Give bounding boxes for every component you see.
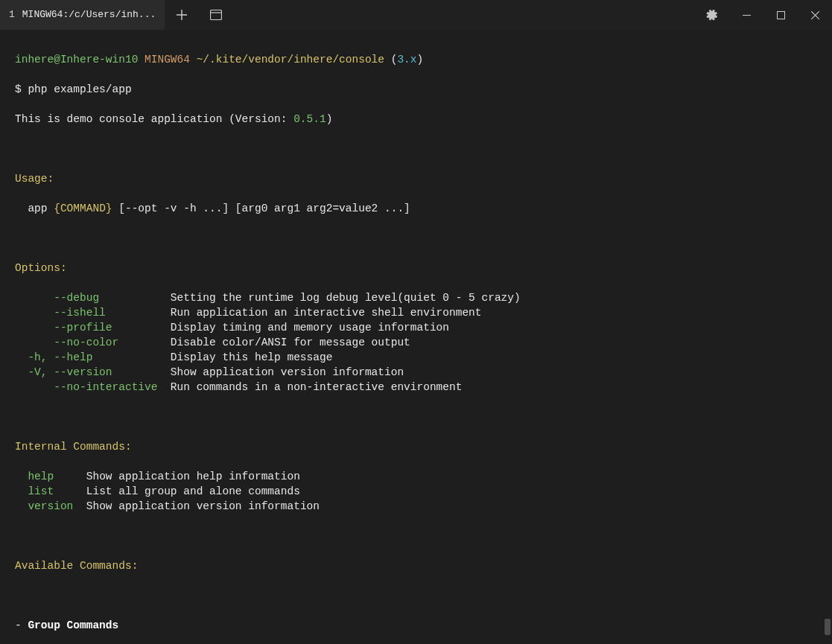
close-button[interactable]	[798, 0, 832, 30]
tab-dropdown-button[interactable]	[199, 0, 233, 30]
tab-index: 1	[9, 7, 15, 22]
command-desc: Show application version information	[157, 366, 404, 378]
minimize-icon	[743, 11, 751, 19]
blank	[15, 141, 817, 156]
svg-rect-2	[743, 15, 751, 16]
app-desc-prefix: This is demo console application (Versio…	[15, 113, 293, 125]
group-commands-header: - - Group CommandsGroup Commands	[15, 618, 817, 633]
branch-close: )	[417, 54, 424, 66]
list-item: version Show application version informa…	[15, 499, 817, 514]
command-name: -V, --version	[15, 366, 157, 378]
new-tab-button[interactable]	[165, 0, 199, 30]
app-description: This is demo console application (Versio…	[15, 112, 817, 127]
command-desc: Run commands in a non-interactive enviro…	[157, 381, 462, 393]
usage-suffix: [--opt -v -h ...] [arg0 arg1 arg2=value2…	[112, 203, 410, 214]
command-name: --ishell	[15, 307, 157, 319]
command-name: version	[15, 500, 73, 512]
command-name: -h, --help	[15, 351, 157, 363]
list-item: --debug Setting the runtime log debug le…	[15, 290, 817, 305]
blank	[15, 588, 817, 603]
prompt-path: ~/.kite/vendor/inhere/console	[197, 54, 384, 66]
prompt-line: inhere@Inhere-win10 MINGW64 ~/.kite/vend…	[15, 52, 817, 67]
title-bar: 1 MINGW64:/c/Users/inh...	[0, 0, 832, 30]
command-name: --debug	[15, 292, 157, 304]
internal-header: Internal Commands:	[15, 439, 817, 454]
maximize-icon	[777, 11, 785, 19]
internal-list: help Show application help information l…	[15, 469, 817, 514]
panes-icon	[210, 10, 222, 20]
plus-icon	[177, 10, 187, 20]
list-item: list List all group and alone commands	[15, 484, 817, 499]
usage-header: Usage:	[15, 171, 817, 186]
list-item: -V, --version Show application version i…	[15, 365, 817, 380]
command-name: --no-color	[15, 337, 157, 348]
app-desc-suffix: )	[326, 113, 333, 125]
maximize-button[interactable]	[763, 0, 798, 30]
gear-icon	[706, 9, 718, 21]
list-item: help Show application help information	[15, 469, 817, 484]
list-item: --no-interactive Run commands in a non-i…	[15, 380, 817, 395]
usage-command-token: {COMMAND}	[54, 203, 112, 214]
list-item: -h, --help Display this help message	[15, 350, 817, 365]
list-item: --profile Display timing and memory usag…	[15, 320, 817, 335]
usage-line: app {COMMAND} [--opt -v -h ...] [arg0 ar…	[15, 201, 817, 216]
tab-actions	[165, 0, 233, 30]
app-version: 0.5.1	[293, 113, 326, 125]
svg-rect-0	[211, 10, 222, 20]
bullet: -	[15, 619, 28, 631]
terminal-area[interactable]: inhere@Inhere-win10 MINGW64 ~/.kite/vend…	[0, 30, 832, 644]
available-header: Available Commands:	[15, 558, 817, 573]
command-name: --no-interactive	[15, 381, 157, 393]
entered-command: php examples/app	[28, 83, 131, 95]
command-name: help	[15, 471, 73, 482]
tab-active[interactable]: 1 MINGW64:/c/Users/inh...	[0, 0, 165, 30]
scrollbar-thumb[interactable]	[825, 619, 831, 635]
command-desc: List all group and alone commands	[73, 485, 300, 497]
options-header: Options:	[15, 261, 817, 275]
list-item: --no-color Disable color/ANSI for messag…	[15, 335, 817, 350]
blank	[15, 231, 817, 246]
command-desc: Show application help information	[73, 471, 300, 482]
close-icon	[811, 11, 819, 19]
minimize-button[interactable]	[729, 0, 763, 30]
prompt-user: inhere@Inhere-win10	[15, 54, 138, 66]
command-line: $ php examples/app	[15, 82, 817, 97]
command-desc: Display this help message	[157, 351, 332, 363]
group-commands-title2: Group Commands	[28, 619, 118, 631]
list-item: --ishell Run application an interactive …	[15, 305, 817, 320]
window-controls	[729, 0, 832, 30]
prompt-branch: 3.x	[397, 54, 416, 66]
blank	[15, 409, 817, 424]
command-desc: Show application version information	[73, 500, 320, 512]
command-name: list	[15, 485, 73, 497]
blank	[15, 529, 817, 543]
command-desc: Run application an interactive shell env…	[157, 307, 481, 319]
settings-button[interactable]	[695, 0, 729, 30]
command-name: --profile	[15, 322, 157, 334]
svg-rect-3	[777, 11, 784, 19]
usage-prefix: app	[15, 203, 54, 214]
tab-title: MINGW64:/c/Users/inh...	[22, 7, 156, 22]
command-desc: Display timing and memory usage informat…	[157, 322, 449, 334]
prompt-env: MINGW64	[145, 54, 190, 66]
command-desc: Setting the runtime log debug level(quie…	[157, 292, 520, 304]
command-desc: Disable color/ANSI for message output	[157, 337, 410, 348]
options-list: --debug Setting the runtime log debug le…	[15, 290, 817, 395]
